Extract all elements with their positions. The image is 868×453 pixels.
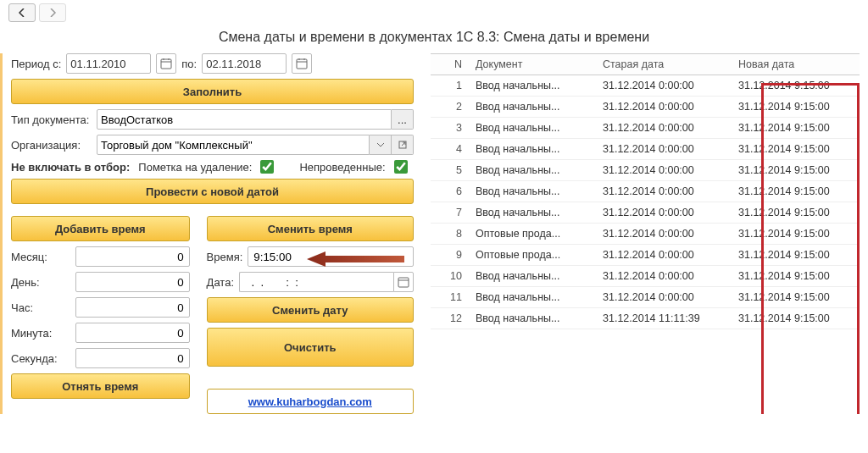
cell-old: 31.12.2014 0:00:00 [596, 160, 732, 181]
page-title: Смена даты и времени в документах 1С 8.3… [0, 25, 868, 53]
org-dropdown-button[interactable] [370, 135, 392, 155]
time-input[interactable] [248, 246, 414, 267]
documents-table: N Документ Старая дата Новая дата 1Ввод … [431, 53, 860, 329]
table-row[interactable]: 2Ввод начальны...31.12.2014 0:00:0031.12… [431, 97, 860, 118]
mark-del-label: Пометка на удаление: [138, 161, 252, 174]
calendar-icon [398, 276, 409, 288]
cell-n: 11 [431, 287, 469, 308]
mark-del-checkbox[interactable] [260, 160, 274, 174]
col-new[interactable]: Новая дата [732, 54, 860, 75]
doc-type-select-button[interactable]: ... [392, 109, 414, 130]
table-row[interactable]: 4Ввод начальны...31.12.2014 0:00:0031.12… [431, 139, 860, 160]
col-old[interactable]: Старая дата [596, 54, 732, 75]
doc-type-label: Тип документа: [11, 113, 92, 126]
cell-old: 31.12.2014 0:00:00 [596, 245, 732, 266]
period-to-input[interactable]: 02.11.2018 [202, 53, 287, 74]
open-icon [398, 141, 407, 149]
cell-old: 31.12.2014 0:00:00 [596, 75, 732, 97]
cell-n: 8 [431, 224, 469, 245]
month-label: Месяц: [11, 251, 47, 263]
day-label: День: [11, 276, 40, 289]
site-link[interactable]: www.kuharbogdan.com [248, 395, 372, 408]
cell-n: 4 [431, 139, 469, 160]
cell-new: 31.12.2014 9:15:00 [732, 181, 860, 202]
date-input[interactable] [239, 272, 393, 292]
table-row[interactable]: 3Ввод начальны...31.12.2014 0:00:0031.12… [431, 118, 860, 139]
org-input[interactable] [97, 135, 370, 155]
cell-new: 31.12.2014 9:15:00 [732, 287, 860, 308]
cell-n: 7 [431, 202, 469, 224]
hour-label: Час: [11, 301, 33, 314]
second-label: Секунда: [11, 352, 58, 365]
hour-input[interactable] [75, 297, 190, 318]
forward-button[interactable] [39, 3, 66, 22]
day-input[interactable] [75, 272, 190, 292]
cell-old: 31.12.2014 0:00:00 [596, 224, 732, 245]
period-row: Период с: 01.11.2010 по: 02.11.2018 [11, 53, 414, 74]
svg-rect-10 [398, 278, 409, 287]
cell-n: 1 [431, 75, 469, 97]
cell-doc: Ввод начальны... [469, 287, 596, 308]
process-new-date-button[interactable]: Провести с новой датой [11, 179, 414, 204]
cell-doc: Ввод начальны... [469, 266, 596, 287]
cell-old: 31.12.2014 0:00:00 [596, 97, 732, 118]
calendar-icon [296, 58, 308, 69]
table-row[interactable]: 8Оптовые прода...31.12.2014 0:00:0031.12… [431, 224, 860, 245]
cell-old: 31.12.2014 0:00:00 [596, 181, 732, 202]
clear-button[interactable]: Очистить [207, 328, 414, 367]
cell-new: 31.12.2014 9:15:00 [732, 75, 860, 97]
org-label: Организация: [11, 139, 92, 152]
change-date-button[interactable]: Сменить дату [207, 297, 414, 323]
org-open-button[interactable] [392, 135, 414, 155]
fill-button[interactable]: Заполнить [11, 79, 414, 104]
cell-n: 3 [431, 118, 469, 139]
table-row[interactable]: 9Оптовые прода...31.12.2014 0:00:0031.12… [431, 245, 860, 266]
cell-new: 31.12.2014 9:15:00 [732, 202, 860, 224]
cell-new: 31.12.2014 9:15:00 [732, 224, 860, 245]
cell-doc: Оптовые прода... [469, 245, 596, 266]
table-row[interactable]: 10Ввод начальны...31.12.2014 0:00:0031.1… [431, 266, 860, 287]
col-n[interactable]: N [431, 54, 469, 75]
cell-doc: Ввод начальны... [469, 181, 596, 202]
table-row[interactable]: 7Ввод начальны...31.12.2014 0:00:0031.12… [431, 202, 860, 224]
calendar-from-button[interactable] [156, 53, 176, 74]
minute-label: Минута: [11, 327, 52, 340]
back-button[interactable] [8, 3, 36, 22]
unposted-checkbox[interactable] [394, 160, 408, 174]
cell-doc: Ввод начальны... [469, 160, 596, 181]
cell-old: 31.12.2014 11:11:39 [596, 308, 732, 329]
table-row[interactable]: 12Ввод начальны...31.12.2014 11:11:3931.… [431, 308, 860, 329]
table-row[interactable]: 1Ввод начальны...31.12.2014 0:00:0031.12… [431, 75, 860, 97]
cell-new: 31.12.2014 9:15:00 [732, 118, 860, 139]
svg-rect-4 [297, 59, 307, 69]
add-time-button[interactable]: Добавить время [11, 216, 190, 241]
arrow-right-icon [48, 8, 57, 17]
cell-doc: Ввод начальны... [469, 118, 596, 139]
col-doc[interactable]: Документ [469, 54, 596, 75]
time-label: Время: [207, 251, 243, 263]
link-box: www.kuharbogdan.com [207, 389, 414, 414]
cell-new: 31.12.2014 9:15:00 [732, 160, 860, 181]
doc-type-input[interactable] [97, 109, 392, 130]
cell-old: 31.12.2014 0:00:00 [596, 266, 732, 287]
change-time-button[interactable]: Сменить время [207, 216, 414, 241]
period-from-input[interactable]: 01.11.2010 [66, 53, 151, 74]
cell-new: 31.12.2014 9:15:00 [732, 139, 860, 160]
table-row[interactable]: 11Ввод начальны...31.12.2014 0:00:0031.1… [431, 287, 860, 308]
cell-new: 31.12.2014 9:15:00 [732, 245, 860, 266]
month-input[interactable] [75, 246, 190, 267]
calendar-to-button[interactable] [292, 53, 312, 74]
second-input[interactable] [75, 348, 190, 368]
cell-n: 6 [431, 181, 469, 202]
exclude-label: Не включать в отбор: [11, 161, 130, 174]
cell-new: 31.12.2014 9:15:00 [732, 308, 860, 329]
subtract-time-button[interactable]: Отнять время [11, 373, 190, 399]
cell-doc: Ввод начальны... [469, 202, 596, 224]
cell-new: 31.12.2014 9:15:00 [732, 97, 860, 118]
table-row[interactable]: 5Ввод начальны...31.12.2014 0:00:0031.12… [431, 160, 860, 181]
calendar-date-button[interactable] [393, 272, 414, 292]
minute-input[interactable] [75, 323, 190, 343]
cell-doc: Оптовые прода... [469, 224, 596, 245]
table-row[interactable]: 6Ввод начальны...31.12.2014 0:00:0031.12… [431, 181, 860, 202]
cell-new: 31.12.2014 9:15:00 [732, 266, 860, 287]
